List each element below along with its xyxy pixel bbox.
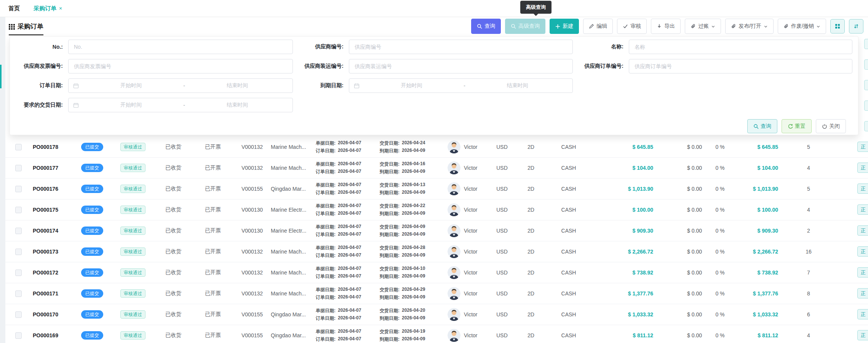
post-dropdown[interactable]: 过账 xyxy=(685,19,721,34)
row-action-button[interactable] xyxy=(864,80,868,90)
vendor-shipment-input[interactable] xyxy=(349,59,573,73)
name-input[interactable] xyxy=(629,40,852,54)
table-row: PO000176 已提交 审核通过 已收货 已开票 V000155 Qingda… xyxy=(5,179,868,199)
row-checkbox[interactable] xyxy=(15,228,22,234)
po-number[interactable]: PO000170 xyxy=(33,311,73,317)
row-action-button[interactable]: 正 xyxy=(857,204,868,215)
row-action-button[interactable]: 正 xyxy=(857,142,868,152)
panel-close-button[interactable]: 关闭 xyxy=(816,119,846,133)
currency: USD xyxy=(490,290,514,297)
publish-open-dropdown[interactable]: 发布/打开 xyxy=(725,19,774,34)
payment-method: CASH xyxy=(548,165,589,171)
vendor-invoice-input[interactable] xyxy=(68,59,293,73)
no-label: No.: xyxy=(10,44,68,50)
row-checkbox[interactable] xyxy=(15,207,22,213)
amount: $ 645.85 xyxy=(589,144,653,150)
edit-button[interactable]: 编辑 xyxy=(583,19,613,34)
vendor-no-input[interactable] xyxy=(349,40,573,54)
po-number[interactable]: PO000175 xyxy=(33,207,73,213)
row-action-button[interactable] xyxy=(864,59,868,70)
row-action-button[interactable]: 正 xyxy=(857,267,868,278)
po-number[interactable]: PO000177 xyxy=(33,165,73,171)
row-checkbox[interactable] xyxy=(15,144,22,150)
currency: USD xyxy=(490,270,514,276)
delivery-due-dates: 交货日期:2026-04-20 到期日期:2026-04-09 xyxy=(380,308,448,322)
row-checkbox[interactable] xyxy=(15,332,22,339)
row-checkbox[interactable] xyxy=(15,311,22,318)
row-checkbox[interactable] xyxy=(15,270,22,276)
payment-method: CASH xyxy=(548,144,589,150)
audit-button[interactable]: 审核 xyxy=(617,19,647,34)
void-revoke-dropdown[interactable]: 作废/撤销 xyxy=(778,19,826,34)
row-checkbox[interactable] xyxy=(15,249,22,255)
row-checkbox[interactable] xyxy=(15,290,22,297)
sort-button[interactable] xyxy=(849,19,863,34)
advanced-query-button[interactable]: 高级查询 xyxy=(505,19,545,34)
total-amount: $ 1,033.32 xyxy=(738,311,778,317)
po-number[interactable]: PO000178 xyxy=(33,144,73,150)
row-action-button[interactable] xyxy=(864,39,868,49)
total-amount: $ 738.92 xyxy=(738,270,778,276)
payment-term: 2D xyxy=(514,165,548,171)
row-checkbox[interactable] xyxy=(15,165,22,171)
required-delivery-range-input[interactable]: 开始时间 - 结束时间 xyxy=(68,98,293,112)
po-number[interactable]: PO000171 xyxy=(33,290,73,297)
buyer-cell: Victor xyxy=(448,203,490,216)
row-action-button[interactable]: 正 xyxy=(857,246,868,257)
column-settings-button[interactable] xyxy=(830,19,845,34)
due-date-range-input[interactable]: 开始时间 - 结束时间 xyxy=(349,78,573,93)
paid-amount: $ 0.00 xyxy=(653,311,702,317)
row-action-button[interactable]: 正 xyxy=(857,225,868,236)
download-icon xyxy=(657,24,662,29)
row-action-button[interactable]: 正 xyxy=(857,288,868,298)
vendor-order-input[interactable] xyxy=(629,59,852,73)
row-action-button[interactable] xyxy=(864,121,868,131)
percent: 0 % xyxy=(702,311,738,317)
audit-passed-badge: 审核通过 xyxy=(120,185,145,193)
doc-order-dates: 单据日期:2026-04-07 订单日期:2026-04-07 xyxy=(316,161,380,175)
row-action-button[interactable]: 正 xyxy=(857,163,868,173)
row-action-button[interactable]: 正 xyxy=(857,309,868,319)
po-number[interactable]: PO000169 xyxy=(33,332,73,338)
avatar xyxy=(448,266,460,279)
po-number[interactable]: PO000173 xyxy=(33,249,73,255)
percent: 0 % xyxy=(702,228,738,234)
currency: USD xyxy=(490,186,514,192)
panel-query-button[interactable]: 查询 xyxy=(747,119,777,133)
payment-method: CASH xyxy=(548,207,589,213)
po-number[interactable]: PO000172 xyxy=(33,270,73,276)
vendor-code: V000132 xyxy=(233,144,271,150)
chevron-down-icon xyxy=(764,24,768,29)
sort-arrows-icon xyxy=(854,24,859,29)
amount: $ 100.00 xyxy=(589,207,653,213)
vendor-code: V000130 xyxy=(233,228,271,234)
delivery-due-dates: 交货日期:2026-04-24 到期日期:2026-04-09 xyxy=(380,140,448,154)
row-action-button[interactable]: 正 xyxy=(857,330,868,340)
tab-purchase-orders[interactable]: 采购订单 × xyxy=(34,5,62,12)
create-button[interactable]: 新建 xyxy=(550,19,579,34)
invoice-status: 已开票 xyxy=(192,311,233,318)
quantity: 5 xyxy=(778,186,839,192)
query-button[interactable]: 查询 xyxy=(471,19,501,34)
row-action-button[interactable]: 正 xyxy=(857,183,868,194)
export-button[interactable]: 导出 xyxy=(651,19,681,34)
total-amount: $ 645.85 xyxy=(738,144,778,150)
quantity: 4 xyxy=(778,332,839,338)
delivery-due-dates: 交货日期:2026-04-13 到期日期:2026-04-09 xyxy=(380,182,448,196)
po-number[interactable]: PO000174 xyxy=(33,228,73,234)
close-icon[interactable]: × xyxy=(59,5,62,11)
doc-order-dates: 单据日期:2026-04-07 订单日期:2026-04-07 xyxy=(316,266,380,280)
row-checkbox[interactable] xyxy=(15,186,22,192)
tab-home[interactable]: 首页 xyxy=(8,5,20,12)
payment-term: 2D xyxy=(514,270,548,276)
po-number[interactable]: PO000176 xyxy=(33,186,73,192)
panel-reset-button[interactable]: 重置 xyxy=(782,119,812,133)
row-action-button[interactable] xyxy=(864,101,868,111)
no-input[interactable] xyxy=(68,40,293,54)
currency: USD xyxy=(490,144,514,150)
grid-view-icon xyxy=(835,24,840,29)
submitted-badge: 已提交 xyxy=(81,331,103,340)
amount: $ 738.92 xyxy=(589,270,653,276)
table-row: PO000172 已提交 审核通过 已收货 已开票 V000132 Marine… xyxy=(5,262,868,283)
order-date-range-input[interactable]: 开始时间 - 结束时间 xyxy=(68,78,293,93)
